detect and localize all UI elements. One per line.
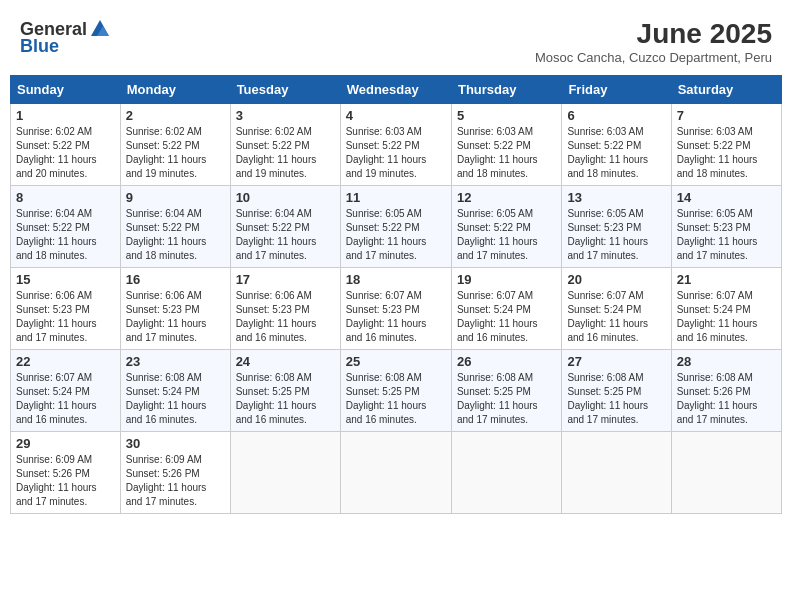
calendar-cell: 9Sunrise: 6:04 AM Sunset: 5:22 PM Daylig… <box>120 186 230 268</box>
day-number: 11 <box>346 190 446 205</box>
calendar-cell: 30Sunrise: 6:09 AM Sunset: 5:26 PM Dayli… <box>120 432 230 514</box>
calendar-cell: 3Sunrise: 6:02 AM Sunset: 5:22 PM Daylig… <box>230 104 340 186</box>
calendar-cell: 13Sunrise: 6:05 AM Sunset: 5:23 PM Dayli… <box>562 186 671 268</box>
calendar-cell: 25Sunrise: 6:08 AM Sunset: 5:25 PM Dayli… <box>340 350 451 432</box>
calendar-cell <box>340 432 451 514</box>
calendar-header-row: SundayMondayTuesdayWednesdayThursdayFrid… <box>11 76 782 104</box>
logo-icon <box>89 18 111 40</box>
day-number: 12 <box>457 190 556 205</box>
day-number: 28 <box>677 354 776 369</box>
calendar-cell: 21Sunrise: 6:07 AM Sunset: 5:24 PM Dayli… <box>671 268 781 350</box>
logo-blue-text: Blue <box>20 36 59 57</box>
day-info: Sunrise: 6:09 AM Sunset: 5:26 PM Dayligh… <box>126 453 225 509</box>
calendar-week-3: 15Sunrise: 6:06 AM Sunset: 5:23 PM Dayli… <box>11 268 782 350</box>
calendar-cell: 26Sunrise: 6:08 AM Sunset: 5:25 PM Dayli… <box>451 350 561 432</box>
day-info: Sunrise: 6:03 AM Sunset: 5:22 PM Dayligh… <box>457 125 556 181</box>
calendar-cell: 28Sunrise: 6:08 AM Sunset: 5:26 PM Dayli… <box>671 350 781 432</box>
day-number: 3 <box>236 108 335 123</box>
day-info: Sunrise: 6:04 AM Sunset: 5:22 PM Dayligh… <box>16 207 115 263</box>
day-info: Sunrise: 6:02 AM Sunset: 5:22 PM Dayligh… <box>126 125 225 181</box>
day-info: Sunrise: 6:07 AM Sunset: 5:24 PM Dayligh… <box>16 371 115 427</box>
day-number: 17 <box>236 272 335 287</box>
day-info: Sunrise: 6:02 AM Sunset: 5:22 PM Dayligh… <box>16 125 115 181</box>
day-info: Sunrise: 6:08 AM Sunset: 5:24 PM Dayligh… <box>126 371 225 427</box>
day-info: Sunrise: 6:03 AM Sunset: 5:22 PM Dayligh… <box>677 125 776 181</box>
calendar-cell: 5Sunrise: 6:03 AM Sunset: 5:22 PM Daylig… <box>451 104 561 186</box>
day-number: 2 <box>126 108 225 123</box>
day-number: 25 <box>346 354 446 369</box>
day-info: Sunrise: 6:05 AM Sunset: 5:22 PM Dayligh… <box>346 207 446 263</box>
day-number: 8 <box>16 190 115 205</box>
calendar-week-1: 1Sunrise: 6:02 AM Sunset: 5:22 PM Daylig… <box>11 104 782 186</box>
day-number: 29 <box>16 436 115 451</box>
day-number: 18 <box>346 272 446 287</box>
day-number: 5 <box>457 108 556 123</box>
day-number: 4 <box>346 108 446 123</box>
day-header-sunday: Sunday <box>11 76 121 104</box>
day-number: 14 <box>677 190 776 205</box>
calendar-week-5: 29Sunrise: 6:09 AM Sunset: 5:26 PM Dayli… <box>11 432 782 514</box>
day-info: Sunrise: 6:03 AM Sunset: 5:22 PM Dayligh… <box>346 125 446 181</box>
calendar-cell: 24Sunrise: 6:08 AM Sunset: 5:25 PM Dayli… <box>230 350 340 432</box>
calendar-cell: 22Sunrise: 6:07 AM Sunset: 5:24 PM Dayli… <box>11 350 121 432</box>
day-info: Sunrise: 6:08 AM Sunset: 5:25 PM Dayligh… <box>346 371 446 427</box>
day-info: Sunrise: 6:09 AM Sunset: 5:26 PM Dayligh… <box>16 453 115 509</box>
day-info: Sunrise: 6:04 AM Sunset: 5:22 PM Dayligh… <box>236 207 335 263</box>
location: Mosoc Cancha, Cuzco Department, Peru <box>535 50 772 65</box>
calendar-cell: 17Sunrise: 6:06 AM Sunset: 5:23 PM Dayli… <box>230 268 340 350</box>
day-number: 9 <box>126 190 225 205</box>
day-number: 21 <box>677 272 776 287</box>
calendar-cell: 14Sunrise: 6:05 AM Sunset: 5:23 PM Dayli… <box>671 186 781 268</box>
month-year: June 2025 <box>535 18 772 50</box>
calendar-cell: 23Sunrise: 6:08 AM Sunset: 5:24 PM Dayli… <box>120 350 230 432</box>
title-area: June 2025 Mosoc Cancha, Cuzco Department… <box>535 18 772 65</box>
calendar-cell: 8Sunrise: 6:04 AM Sunset: 5:22 PM Daylig… <box>11 186 121 268</box>
day-info: Sunrise: 6:08 AM Sunset: 5:26 PM Dayligh… <box>677 371 776 427</box>
day-number: 15 <box>16 272 115 287</box>
day-number: 19 <box>457 272 556 287</box>
day-number: 30 <box>126 436 225 451</box>
day-number: 13 <box>567 190 665 205</box>
calendar-cell: 29Sunrise: 6:09 AM Sunset: 5:26 PM Dayli… <box>11 432 121 514</box>
day-info: Sunrise: 6:05 AM Sunset: 5:22 PM Dayligh… <box>457 207 556 263</box>
day-number: 1 <box>16 108 115 123</box>
day-info: Sunrise: 6:07 AM Sunset: 5:24 PM Dayligh… <box>457 289 556 345</box>
day-info: Sunrise: 6:06 AM Sunset: 5:23 PM Dayligh… <box>236 289 335 345</box>
day-info: Sunrise: 6:04 AM Sunset: 5:22 PM Dayligh… <box>126 207 225 263</box>
day-info: Sunrise: 6:06 AM Sunset: 5:23 PM Dayligh… <box>126 289 225 345</box>
day-info: Sunrise: 6:06 AM Sunset: 5:23 PM Dayligh… <box>16 289 115 345</box>
calendar-cell: 15Sunrise: 6:06 AM Sunset: 5:23 PM Dayli… <box>11 268 121 350</box>
day-number: 27 <box>567 354 665 369</box>
day-info: Sunrise: 6:08 AM Sunset: 5:25 PM Dayligh… <box>457 371 556 427</box>
day-info: Sunrise: 6:07 AM Sunset: 5:24 PM Dayligh… <box>677 289 776 345</box>
day-info: Sunrise: 6:07 AM Sunset: 5:24 PM Dayligh… <box>567 289 665 345</box>
day-number: 20 <box>567 272 665 287</box>
calendar-cell: 4Sunrise: 6:03 AM Sunset: 5:22 PM Daylig… <box>340 104 451 186</box>
calendar-cell <box>562 432 671 514</box>
logo: General Blue <box>20 18 113 57</box>
calendar-cell: 2Sunrise: 6:02 AM Sunset: 5:22 PM Daylig… <box>120 104 230 186</box>
day-number: 23 <box>126 354 225 369</box>
day-header-wednesday: Wednesday <box>340 76 451 104</box>
day-info: Sunrise: 6:02 AM Sunset: 5:22 PM Dayligh… <box>236 125 335 181</box>
calendar-cell: 16Sunrise: 6:06 AM Sunset: 5:23 PM Dayli… <box>120 268 230 350</box>
calendar-cell <box>451 432 561 514</box>
calendar-cell: 20Sunrise: 6:07 AM Sunset: 5:24 PM Dayli… <box>562 268 671 350</box>
calendar-cell: 10Sunrise: 6:04 AM Sunset: 5:22 PM Dayli… <box>230 186 340 268</box>
day-header-saturday: Saturday <box>671 76 781 104</box>
calendar-cell: 12Sunrise: 6:05 AM Sunset: 5:22 PM Dayli… <box>451 186 561 268</box>
calendar-week-2: 8Sunrise: 6:04 AM Sunset: 5:22 PM Daylig… <box>11 186 782 268</box>
calendar-cell: 1Sunrise: 6:02 AM Sunset: 5:22 PM Daylig… <box>11 104 121 186</box>
day-number: 24 <box>236 354 335 369</box>
day-number: 10 <box>236 190 335 205</box>
day-info: Sunrise: 6:05 AM Sunset: 5:23 PM Dayligh… <box>567 207 665 263</box>
calendar-cell: 27Sunrise: 6:08 AM Sunset: 5:25 PM Dayli… <box>562 350 671 432</box>
calendar-cell: 18Sunrise: 6:07 AM Sunset: 5:23 PM Dayli… <box>340 268 451 350</box>
day-number: 16 <box>126 272 225 287</box>
day-info: Sunrise: 6:08 AM Sunset: 5:25 PM Dayligh… <box>567 371 665 427</box>
day-info: Sunrise: 6:05 AM Sunset: 5:23 PM Dayligh… <box>677 207 776 263</box>
day-info: Sunrise: 6:08 AM Sunset: 5:25 PM Dayligh… <box>236 371 335 427</box>
day-header-monday: Monday <box>120 76 230 104</box>
day-info: Sunrise: 6:03 AM Sunset: 5:22 PM Dayligh… <box>567 125 665 181</box>
calendar-cell: 6Sunrise: 6:03 AM Sunset: 5:22 PM Daylig… <box>562 104 671 186</box>
